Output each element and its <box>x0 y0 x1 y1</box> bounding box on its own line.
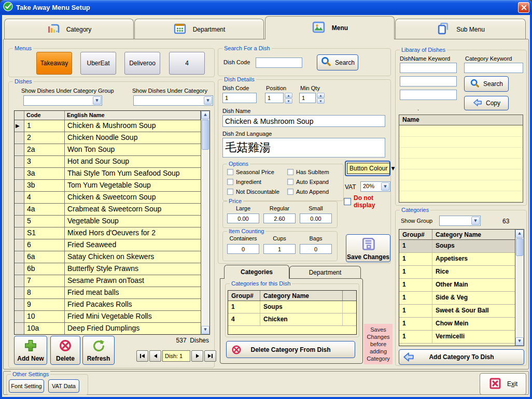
table-row[interactable]: 7Sesame Prawn onToast <box>15 275 201 287</box>
categories-scrollbar[interactable]: ▲ ▼ <box>515 230 524 346</box>
vat-data-button[interactable]: VAT Data <box>48 379 79 393</box>
button-colour-dropdown[interactable]: Button Colour ▼ <box>345 161 390 176</box>
library-name-list[interactable]: Name <box>399 115 523 203</box>
price-large-input[interactable] <box>227 213 259 223</box>
scroll-down-icon[interactable]: ▼ <box>515 337 524 346</box>
tab-menu[interactable]: Menu <box>265 16 395 39</box>
seasonal-price-option[interactable]: Seasonal Price <box>227 169 274 175</box>
category-keyword-input[interactable] <box>464 63 523 73</box>
nav-prev-icon[interactable] <box>149 350 161 362</box>
table-row[interactable]: 8Fried meat balls <box>15 287 201 299</box>
dishname-keyword-input-2[interactable] <box>400 76 457 87</box>
table-row[interactable]: 6aSatay Chicken on Skewers <box>15 251 201 263</box>
spin-up-icon[interactable]: ▲ <box>317 93 325 98</box>
delete-category-from-dish-button[interactable]: Delete Category From Dish <box>226 341 355 358</box>
scrollbar-thumb[interactable] <box>202 120 209 150</box>
table-row[interactable]: 1Chow Mein <box>399 318 515 331</box>
price-regular-input[interactable] <box>263 213 296 223</box>
table-row[interactable]: 1Rice <box>399 266 515 279</box>
auto-expand-option[interactable]: Auto Expand <box>287 179 329 185</box>
chevron-down-icon[interactable]: ▼ <box>93 96 101 105</box>
scrollbar-thumb[interactable] <box>516 238 523 256</box>
checkbox[interactable] <box>287 179 293 185</box>
lang2-input[interactable] <box>222 138 385 158</box>
add-new-button[interactable]: Add New <box>14 336 47 365</box>
dishes-scrollbar[interactable]: ▲ ▼ <box>201 111 209 334</box>
table-row[interactable]: 6bButterfly Style Prawns <box>15 263 201 275</box>
table-row[interactable]: 2aWon Ton Soup <box>15 144 201 156</box>
table-row[interactable]: 9Fried Pacakes Rolls <box>15 299 201 311</box>
table-row[interactable]: 3Hot and Sour Soup <box>15 156 201 168</box>
tab-department[interactable]: Department <box>134 19 264 39</box>
table-row[interactable]: 6Fried Seaweed <box>15 239 201 251</box>
category-group-dropdown[interactable]: ▼ <box>23 95 102 106</box>
dishname-keyword-input-1[interactable] <box>400 63 457 73</box>
tab-category[interactable]: Category <box>4 19 134 39</box>
table-row[interactable]: 1Vermicelli <box>399 331 515 344</box>
tab-sub-menu[interactable]: Sub Menu <box>395 19 526 39</box>
delete-button[interactable]: Delete <box>50 336 80 365</box>
table-row[interactable]: 5Vegetable Soup <box>15 216 201 227</box>
table-row[interactable]: 4Chicken <box>228 314 356 326</box>
menu-4-button[interactable]: 4 <box>169 52 205 75</box>
ingredient-option[interactable]: Ingredient <box>227 179 261 185</box>
min-qty-stepper[interactable]: ▲▼ <box>317 93 325 103</box>
table-row[interactable]: 10Fried Mini Vegetable Rolls <box>15 311 201 323</box>
checkbox[interactable] <box>287 169 293 175</box>
menu-takeaway-button[interactable]: Takeaway <box>36 52 72 75</box>
min-qty-input[interactable] <box>299 93 316 103</box>
scrollbar-track[interactable] <box>515 256 524 337</box>
auto-append-option[interactable]: Auto Append <box>287 189 329 195</box>
search-dish-code-input[interactable] <box>256 58 302 68</box>
search-dish-button[interactable]: Search <box>317 54 358 70</box>
table-row[interactable]: 1Side & Veg <box>399 292 515 305</box>
name-list-body[interactable] <box>399 126 523 202</box>
checkbox[interactable] <box>227 169 233 175</box>
table-row[interactable]: 1Soups <box>399 240 515 253</box>
checkbox[interactable] <box>287 189 293 195</box>
table-row[interactable]: S1Mixed Hors d'Oeuvers for 2 <box>15 227 201 239</box>
scroll-up-icon[interactable]: ▲ <box>515 230 524 238</box>
checkbox[interactable] <box>227 179 233 185</box>
chevron-down-icon[interactable]: ▼ <box>391 166 395 171</box>
table-row[interactable]: 4Chicken & Sweetcorn Soup <box>15 192 201 204</box>
table-row[interactable]: 3bTom Yum Vegetable Soup <box>15 180 201 192</box>
nav-next-icon[interactable] <box>191 350 203 362</box>
menu-deliveroo-button[interactable]: Deliveroo <box>124 52 160 75</box>
vat-dropdown[interactable]: 20% ▼ <box>360 181 390 192</box>
table-row[interactable]: 4aCrabmeat & Sweetcorn Soup <box>15 204 201 216</box>
dishname-keyword-input-3[interactable] <box>400 90 457 100</box>
scroll-down-icon[interactable]: ▼ <box>201 326 209 334</box>
scroll-up-icon[interactable]: ▲ <box>201 111 209 119</box>
table-row[interactable]: ▶1Chicken & Mushroom Soup <box>15 120 201 132</box>
library-copy-button[interactable]: Copy <box>464 96 509 110</box>
add-category-to-dish-button[interactable]: Add Category To Dish <box>399 349 524 365</box>
subtab-department[interactable]: Department <box>289 266 361 279</box>
font-setting-button[interactable]: Font Setting <box>9 379 44 393</box>
table-row[interactable]: 1Sweet & Sour Ball <box>399 305 515 318</box>
do-not-display-option[interactable]: Do not display <box>344 194 390 209</box>
close-icon[interactable] <box>518 2 529 13</box>
spin-down-icon[interactable]: ▼ <box>285 98 292 104</box>
table-row[interactable]: 1Other Main <box>399 279 515 292</box>
table-row[interactable]: 1Appetisers <box>399 253 515 266</box>
dish-code-input[interactable] <box>222 93 257 103</box>
nav-last-icon[interactable] <box>204 350 216 362</box>
exit-button[interactable]: Exit <box>480 373 526 395</box>
subtab-categories[interactable]: Categories <box>224 265 289 279</box>
not-discountable-option[interactable]: Not Discountable <box>227 189 279 195</box>
refresh-button[interactable]: Refresh <box>82 336 115 365</box>
position-stepper[interactable]: ▲▼ <box>285 93 292 103</box>
nav-first-icon[interactable] <box>136 350 148 362</box>
position-input[interactable] <box>265 93 284 103</box>
save-changes-button[interactable]: Save Changes <box>346 234 390 262</box>
spin-up-icon[interactable]: ▲ <box>285 93 292 98</box>
chevron-down-icon[interactable]: ▼ <box>381 182 389 191</box>
dish-name-input[interactable] <box>222 115 385 127</box>
checkbox[interactable] <box>344 198 351 205</box>
bags-input[interactable] <box>300 244 332 254</box>
checkbox[interactable] <box>227 189 233 195</box>
chevron-down-icon[interactable]: ▼ <box>471 217 480 225</box>
table-row[interactable]: 1Soups <box>228 301 356 314</box>
spin-down-icon[interactable]: ▼ <box>317 98 325 104</box>
